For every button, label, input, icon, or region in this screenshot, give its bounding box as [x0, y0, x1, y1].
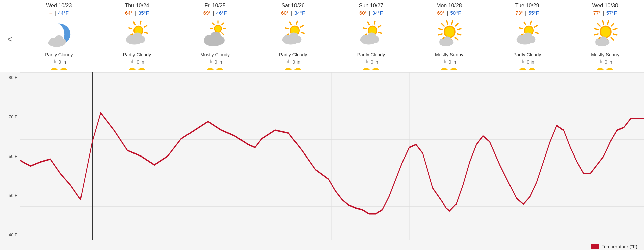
svg-line-67: [439, 29, 442, 30]
sunrise-row: [597, 66, 613, 70]
svg-line-32: [300, 26, 303, 27]
day-column[interactable]: Mon 10/2869° | 50°F Mostly Sunny 0 in: [410, 0, 488, 72]
svg-line-62: [455, 37, 458, 40]
forecast-header: < Wed 10/23-- | 44°F Partly Cloudy 0 in …: [0, 0, 644, 72]
svg-line-99: [595, 29, 598, 30]
temp-low: 35°F: [138, 10, 149, 16]
svg-line-66: [439, 34, 442, 35]
temp-range: 60° | 34°F: [359, 10, 383, 16]
svg-line-92: [613, 29, 617, 30]
svg-line-9: [129, 28, 132, 29]
precip-amount: 0 in: [59, 59, 66, 65]
svg-point-3: [59, 39, 66, 45]
condition-label: Partly Cloudy: [279, 52, 307, 57]
day-column[interactable]: Fri 10/2569° | 46°F Mostly Cloudy 0 in: [176, 0, 254, 72]
temp-sep: |: [213, 10, 214, 16]
svg-line-84: [524, 22, 526, 25]
svg-line-103: [611, 24, 614, 26]
svg-line-93: [613, 34, 617, 35]
day-date-label: Wed 10/30: [592, 3, 618, 9]
precip-amount: 0 in: [292, 59, 300, 65]
svg-line-79: [535, 32, 538, 33]
rain-drop-icon: [52, 59, 57, 65]
svg-line-20: [222, 33, 224, 34]
svg-point-77: [448, 39, 453, 45]
rain-drop-icon: [130, 59, 135, 65]
temp-low: 46°F: [216, 10, 227, 16]
day-column[interactable]: Wed 10/23-- | 44°F Partly Cloudy 0 in: [20, 0, 98, 72]
weather-icon: [200, 19, 230, 49]
temp-range: 64° | 35°F: [125, 10, 149, 16]
svg-line-98: [595, 34, 598, 35]
sunrise-row: [129, 66, 145, 70]
day-column[interactable]: Wed 10/3077° | 57°F Mostly Sunny 0 in: [566, 0, 644, 72]
svg-line-39: [296, 21, 297, 24]
rain-drop-icon: [520, 59, 525, 65]
temp-sep: |: [55, 10, 56, 16]
condition-label: Partly Cloudy: [123, 52, 151, 57]
svg-line-69: [447, 21, 448, 24]
precip-row: 0 in: [598, 59, 612, 65]
svg-line-37: [285, 28, 288, 29]
days-row: Wed 10/23-- | 44°F Partly Cloudy 0 in Th…: [20, 0, 644, 72]
sunrise-row: [51, 66, 67, 70]
sunrise-row: [285, 66, 301, 70]
temp-range: -- | 44°F: [49, 10, 69, 16]
temp-low: 57°F: [606, 10, 617, 16]
precip-row: 0 in: [130, 59, 144, 65]
precip-row: 0 in: [286, 59, 300, 65]
precip-row: 0 in: [520, 59, 534, 65]
condition-label: Mostly Sunny: [591, 52, 619, 57]
sunrise-row: [207, 66, 223, 70]
rain-drop-icon: [286, 59, 291, 65]
day-date-label: Thu 10/24: [125, 3, 149, 9]
sunrise-row: [441, 66, 457, 70]
legend-label: Temperature (°F): [602, 244, 637, 249]
svg-line-46: [378, 26, 381, 27]
precip-row: 0 in: [442, 59, 457, 65]
chart-legend: Temperature (°F): [591, 244, 637, 249]
temp-sep: |: [525, 10, 526, 16]
precip-amount: 0 in: [137, 59, 144, 65]
day-date-label: Sun 10/27: [359, 3, 383, 9]
precip-row: 0 in: [52, 59, 66, 65]
day-date-label: Fri 10/25: [204, 3, 225, 9]
day-column[interactable]: Sat 10/2660° | 34°F Partly Cloudy 0 in: [254, 0, 332, 72]
svg-line-10: [134, 22, 136, 25]
weather-icon: [122, 19, 152, 49]
precip-amount: 0 in: [605, 59, 612, 65]
temp-low: 34°F: [294, 10, 305, 16]
precip-row: 0 in: [364, 59, 378, 65]
svg-line-24: [213, 23, 214, 25]
svg-point-91: [528, 36, 535, 43]
temp-low: 34°F: [372, 10, 383, 16]
chart-area: 40 F50 F60 F70 F80 F: [0, 72, 644, 250]
svg-rect-110: [20, 72, 644, 240]
svg-line-102: [608, 21, 609, 24]
condition-label: Partly Cloudy: [45, 52, 73, 57]
temp-sep: |: [603, 10, 604, 16]
svg-line-94: [611, 37, 614, 40]
weather-widget: < Wed 10/23-- | 44°F Partly Cloudy 0 in …: [0, 0, 644, 250]
day-column[interactable]: Thu 10/2464° | 35°F Partly Cloudy 0 in: [98, 0, 176, 72]
day-column[interactable]: Tue 10/2973° | 55°F Partly Cloudy 0 in: [488, 0, 567, 72]
y-axis-label: 40 F: [1, 232, 17, 237]
temp-high: --: [49, 10, 53, 16]
svg-point-45: [294, 36, 301, 43]
precip-amount: 0 in: [449, 59, 457, 65]
day-date-label: Sat 10/26: [281, 3, 305, 9]
condition-label: Partly Cloudy: [513, 52, 541, 57]
y-axis: 40 F50 F60 F70 F80 F: [0, 72, 20, 240]
temp-low: 55°F: [528, 10, 539, 16]
y-axis-label: 60 F: [1, 154, 17, 159]
svg-line-51: [363, 28, 366, 29]
temp-high: 60°: [281, 10, 289, 16]
precip-amount: 0 in: [527, 59, 534, 65]
svg-line-11: [140, 21, 141, 24]
sunrise-row: [519, 66, 535, 70]
temp-range: 60° | 34°F: [281, 10, 305, 16]
temp-sep: |: [447, 10, 448, 16]
day-column[interactable]: Sun 10/2760° | 34°F Partly Cloudy 0 in: [332, 0, 411, 72]
svg-point-59: [372, 36, 379, 43]
prev-arrow[interactable]: <: [0, 0, 20, 72]
